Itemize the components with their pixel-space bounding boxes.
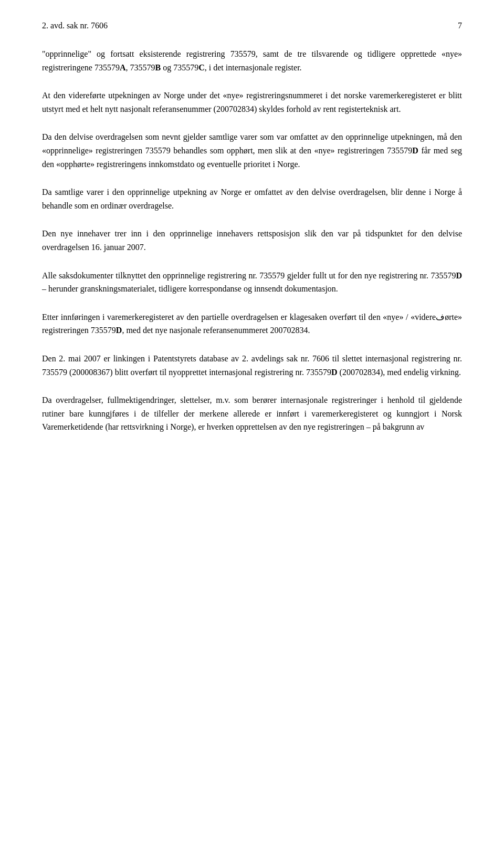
- normal-text: – herunder granskningsmaterialet, tidlig…: [42, 284, 338, 293]
- page-container: 2. avd. sak nr. 7606 7 "opprinnelige" og…: [0, 0, 504, 842]
- paragraph-5: Den nye innehaver trer inn i den opprinn…: [42, 227, 462, 254]
- bold-text: D: [412, 146, 418, 155]
- paragraph-7: Etter innføringen i varemerkeregisteret …: [42, 310, 462, 337]
- normal-text: At den videreførte utpekningen av Norge …: [42, 91, 462, 113]
- bold-text: C: [198, 63, 205, 72]
- bold-text: D: [331, 368, 338, 377]
- bold-text: A: [120, 63, 126, 72]
- normal-text: , 735579: [126, 63, 155, 72]
- paragraph-6: Alle saksdokumenter tilknyttet den oppri…: [42, 269, 462, 296]
- normal-text: , i det internasjonale register.: [205, 63, 302, 72]
- header-right: 7: [458, 21, 462, 30]
- normal-text: (200702834), med endelig virkning.: [338, 368, 461, 377]
- normal-text: Den nye innehaver trer inn i den opprinn…: [42, 229, 462, 252]
- paragraph-4: Da samtlige varer i den opprinnelige utp…: [42, 185, 462, 212]
- paragraphs-container: "opprinnelige" og fortsatt eksisterende …: [42, 47, 462, 434]
- header: 2. avd. sak nr. 7606 7: [42, 21, 462, 30]
- paragraph-3: Da den delvise overdragelsen som nevnt g…: [42, 130, 462, 171]
- bold-text: D: [116, 326, 122, 335]
- normal-text: Da den delvise overdragelsen som nevnt g…: [42, 132, 462, 155]
- normal-text: , med det nye nasjonale referansenummere…: [122, 326, 310, 335]
- paragraph-9: Da overdragelser, fullmektigendringer, s…: [42, 393, 462, 434]
- paragraph-8: Den 2. mai 2007 er linkingen i Patentsty…: [42, 352, 462, 379]
- normal-text: Alle saksdokumenter tilknyttet den oppri…: [42, 271, 456, 280]
- paragraph-1: "opprinnelige" og fortsatt eksisterende …: [42, 47, 462, 74]
- bold-text: D: [456, 271, 462, 280]
- paragraph-2: At den videreførte utpekningen av Norge …: [42, 89, 462, 116]
- header-left: 2. avd. sak nr. 7606: [42, 21, 108, 30]
- normal-text: og 735579: [161, 63, 198, 72]
- normal-text: Da overdragelser, fullmektigendringer, s…: [42, 396, 462, 431]
- normal-text: Da samtlige varer i den opprinnelige utp…: [42, 188, 462, 210]
- bold-text: B: [155, 63, 161, 72]
